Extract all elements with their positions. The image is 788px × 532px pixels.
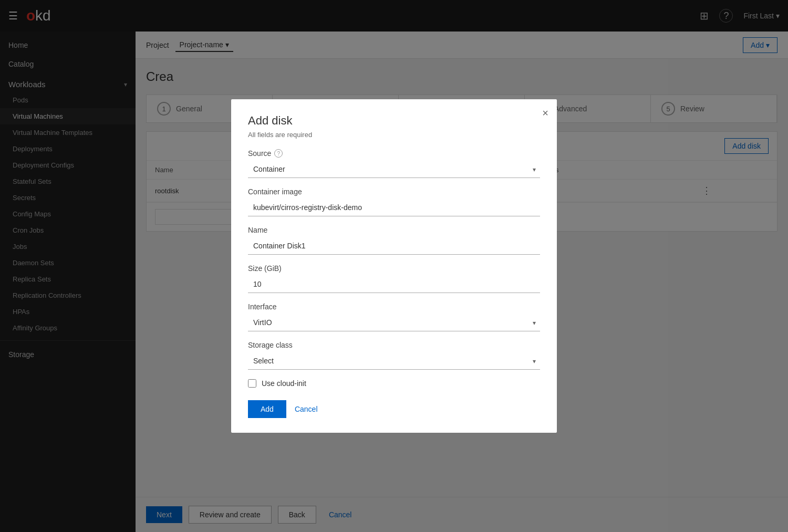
- add-disk-modal: × Add disk All fields are required Sourc…: [231, 99, 557, 433]
- name-input[interactable]: [248, 237, 540, 255]
- modal-cancel-button[interactable]: Cancel: [295, 405, 318, 413]
- container-image-input[interactable]: [248, 199, 540, 216]
- source-group: Source ? Container Blank (creates PVC) I…: [248, 149, 540, 178]
- source-label: Source ?: [248, 149, 540, 158]
- cloud-init-row: Use cloud-init: [248, 379, 540, 388]
- source-help-icon[interactable]: ?: [274, 149, 283, 158]
- interface-group: Interface VirtIO SATA SCSI ▾: [248, 302, 540, 331]
- name-group: Name: [248, 226, 540, 255]
- modal-close-button[interactable]: ×: [542, 108, 548, 118]
- interface-label: Interface: [248, 302, 540, 311]
- source-select[interactable]: Container Blank (creates PVC) Import URL…: [248, 161, 540, 178]
- storage-class-select-wrapper: Select ▾: [248, 352, 540, 370]
- container-image-group: Container image: [248, 187, 540, 216]
- modal-subtitle: All fields are required: [248, 131, 540, 139]
- container-image-label: Container image: [248, 187, 540, 196]
- cloud-init-label: Use cloud-init: [262, 379, 306, 388]
- storage-class-group: Storage class Select ▾: [248, 341, 540, 370]
- storage-class-label: Storage class: [248, 341, 540, 349]
- modal-title: Add disk: [248, 114, 540, 128]
- interface-select-wrapper: VirtIO SATA SCSI ▾: [248, 314, 540, 331]
- modal-add-button[interactable]: Add: [248, 400, 286, 418]
- modal-actions: Add Cancel: [248, 400, 540, 418]
- size-label: Size (GiB): [248, 264, 540, 273]
- name-label: Name: [248, 226, 540, 234]
- storage-class-select[interactable]: Select: [248, 352, 540, 370]
- source-select-wrapper: Container Blank (creates PVC) Import URL…: [248, 161, 540, 178]
- cloud-init-checkbox[interactable]: [248, 379, 256, 388]
- interface-select[interactable]: VirtIO SATA SCSI: [248, 314, 540, 331]
- modal-overlay: × Add disk All fields are required Sourc…: [0, 0, 788, 532]
- size-group: Size (GiB): [248, 264, 540, 293]
- size-input[interactable]: [248, 276, 540, 293]
